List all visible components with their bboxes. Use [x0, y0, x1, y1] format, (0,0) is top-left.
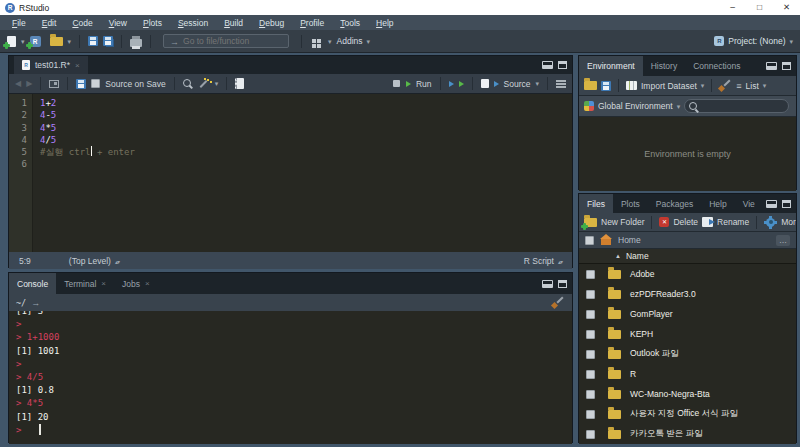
close-icon[interactable]: × — [145, 279, 150, 288]
home-icon[interactable] — [601, 239, 611, 245]
file-checkbox[interactable] — [586, 410, 595, 419]
menu-item-help[interactable]: Help — [368, 18, 401, 28]
menu-item-profile[interactable]: Profile — [292, 18, 332, 28]
source-tab-test01[interactable]: R test01.R* × — [14, 56, 88, 74]
new-folder-button[interactable]: New Folder — [601, 217, 644, 227]
goto-directory-icon[interactable]: → — [31, 298, 40, 308]
file-row[interactable]: KEPH — [579, 324, 796, 344]
rename-button[interactable]: Rename — [717, 217, 749, 227]
file-row[interactable]: 사용자 지정 Office 서식 파일 — [579, 404, 796, 424]
menu-item-view[interactable]: View — [101, 18, 135, 28]
rename-icon[interactable] — [702, 217, 713, 227]
file-checkbox[interactable] — [586, 430, 595, 439]
pane-layout-icon[interactable] — [312, 39, 316, 43]
save-icon[interactable] — [88, 36, 98, 46]
file-checkbox[interactable] — [586, 370, 595, 379]
file-checkbox[interactable] — [586, 310, 595, 319]
delete-icon[interactable]: ✕ — [659, 217, 669, 227]
source-caret-icon[interactable]: ▾ — [535, 80, 539, 87]
environment-scope-selector[interactable]: Global Environment — [598, 101, 673, 111]
new-file-caret-icon[interactable]: ▾ — [21, 38, 25, 45]
console-output[interactable]: [1] 3>> 1+1000[1] 1001>> 4/5[1] 0.8> 4*5… — [9, 311, 572, 444]
import-dataset-caret-icon[interactable]: ▾ — [701, 82, 705, 89]
menu-item-tools[interactable]: Tools — [332, 18, 368, 28]
menu-item-edit[interactable]: Edit — [34, 18, 65, 28]
file-name[interactable]: ezPDFReader3.0 — [630, 289, 696, 299]
save-workspace-icon[interactable] — [601, 81, 611, 91]
project-menu-button[interactable]: R Project: (None) ▾ — [714, 36, 793, 46]
menu-item-build[interactable]: Build — [216, 18, 251, 28]
maximize-pane-icon[interactable] — [558, 280, 567, 288]
scope-caret-icon[interactable]: ▾ — [677, 103, 681, 110]
file-checkbox[interactable] — [586, 290, 595, 299]
code-tools-caret-icon[interactable]: ▾ — [215, 80, 219, 87]
source-button[interactable]: Source — [504, 79, 531, 89]
environment-tab-environment[interactable]: Environment — [579, 56, 643, 76]
source-on-save-checkbox[interactable] — [91, 79, 100, 88]
path-options-button[interactable]: … — [776, 235, 790, 246]
menu-item-debug[interactable]: Debug — [251, 18, 292, 28]
maximize-pane-icon[interactable] — [558, 61, 567, 69]
print-icon[interactable] — [130, 39, 142, 47]
file-type-selector[interactable]: R Script▴▾ — [524, 256, 562, 266]
more-button[interactable]: More — [781, 217, 796, 227]
files-tab-plots[interactable]: Plots — [613, 194, 648, 213]
file-name[interactable]: 사용자 지정 Office 서식 파일 — [630, 408, 738, 420]
more-gear-icon[interactable] — [766, 218, 775, 227]
save-icon[interactable] — [76, 79, 86, 89]
files-tab-help[interactable]: Help — [701, 194, 734, 213]
load-workspace-icon[interactable] — [584, 81, 597, 90]
minimize-pane-icon[interactable] — [766, 62, 777, 70]
open-file-caret-icon[interactable]: ▾ — [68, 38, 72, 45]
file-name[interactable]: WC-Mano-Negra-Bta — [630, 389, 710, 399]
rerun-arrow-icon[interactable] — [459, 81, 464, 87]
files-tab-files[interactable]: Files — [579, 194, 613, 213]
home-breadcrumb[interactable]: Home — [618, 235, 641, 245]
clear-console-icon[interactable] — [552, 297, 565, 309]
source-arrow-icon[interactable] — [494, 81, 499, 87]
clear-environment-icon[interactable] — [719, 80, 732, 92]
file-row[interactable]: 카카오톡 받은 파일 — [579, 424, 796, 444]
import-dataset-icon[interactable] — [626, 81, 637, 90]
file-name[interactable]: Adobe — [630, 269, 655, 279]
files-name-header[interactable]: ▲ Name — [579, 249, 796, 264]
file-row[interactable]: R — [579, 364, 796, 384]
code-tools-icon[interactable] — [198, 78, 210, 89]
file-name[interactable]: GomPlayer — [630, 309, 673, 319]
minimize-pane-icon[interactable] — [542, 61, 553, 69]
code-editor[interactable]: 11+224-534*544/55#실행 ctrl + enter6 — [9, 94, 572, 252]
file-row[interactable]: ezPDFReader3.0 — [579, 284, 796, 304]
maximize-pane-icon[interactable] — [782, 200, 791, 208]
file-row[interactable]: Adobe — [579, 264, 796, 284]
file-row[interactable]: GomPlayer — [579, 304, 796, 324]
run-button[interactable]: Run — [416, 79, 432, 89]
file-name[interactable]: 카카오톡 받은 파일 — [630, 428, 703, 440]
new-project-icon[interactable]: R — [30, 36, 41, 47]
file-row[interactable]: WC-Mano-Negra-Bta — [579, 384, 796, 404]
new-folder-icon[interactable] — [584, 218, 597, 227]
close-icon[interactable]: × — [75, 61, 80, 70]
document-outline-icon[interactable] — [556, 79, 566, 88]
file-name[interactable]: Outlook 파일 — [630, 348, 679, 360]
open-file-icon[interactable] — [50, 37, 63, 46]
file-checkbox[interactable] — [586, 270, 595, 279]
minimize-pane-icon[interactable] — [766, 200, 777, 208]
list-view-button[interactable]: List — [746, 81, 759, 91]
file-name[interactable]: R — [630, 369, 636, 379]
menu-item-session[interactable]: Session — [170, 18, 216, 28]
menu-item-plots[interactable]: Plots — [135, 18, 170, 28]
window-close-button[interactable]: ✕ — [773, 0, 800, 15]
minimize-pane-icon[interactable] — [542, 280, 553, 288]
goto-file-input[interactable] — [164, 35, 288, 47]
back-icon[interactable]: ◀ — [15, 79, 21, 88]
delete-button[interactable]: Delete — [673, 217, 698, 227]
forward-icon[interactable]: ▶ — [26, 79, 32, 88]
maximize-pane-icon[interactable] — [782, 62, 791, 70]
file-row[interactable]: Outlook 파일 — [579, 344, 796, 364]
select-all-checkbox[interactable] — [585, 236, 594, 245]
scope-selector[interactable]: (Top Level)▴▾ — [69, 256, 119, 266]
addins-button[interactable]: Addins ▾ — [337, 36, 371, 46]
file-checkbox[interactable] — [586, 330, 595, 339]
menu-item-file[interactable]: File — [4, 18, 34, 28]
file-name[interactable]: KEPH — [630, 329, 653, 339]
